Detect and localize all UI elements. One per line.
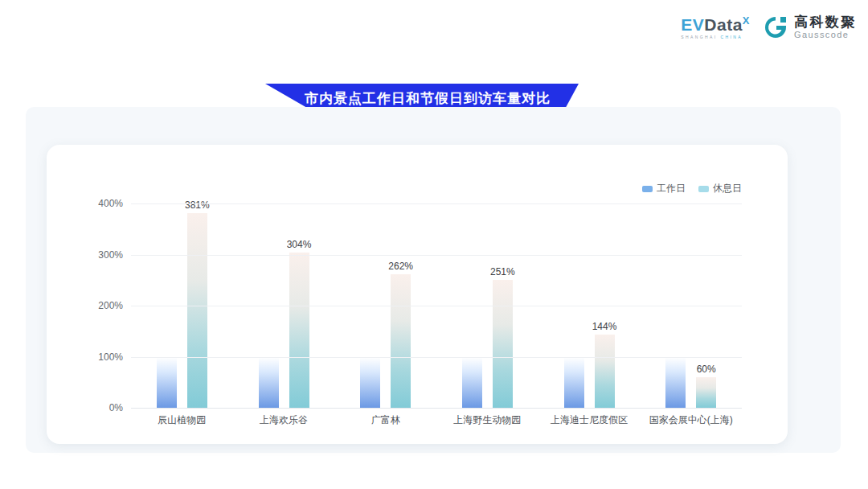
gausscode-text: 高科数聚 Gausscode — [794, 15, 857, 40]
legend-item-workday[interactable]: 工作日 — [642, 182, 686, 195]
restday-bar: 60% — [696, 377, 716, 408]
y-axis-tick: 100% — [78, 351, 123, 363]
y-axis-tick: 200% — [78, 300, 123, 311]
x-axis-category-label: 广富林 — [371, 413, 400, 427]
gausscode-g-icon — [763, 14, 788, 40]
evdata-sup-x: X — [743, 14, 750, 27]
gridline — [131, 203, 742, 204]
gausscode-logo: 高科数聚 Gausscode — [763, 14, 857, 40]
page-title: 市内景点工作日和节假日到访车量对比 — [293, 89, 551, 108]
bar-value-label: 304% — [287, 239, 312, 250]
evdata-logo: EVDataX SHANGHAI CHINA — [681, 15, 750, 39]
legend-label: 工作日 — [657, 182, 686, 195]
bar-chart: 工作日休息日 381%辰山植物园304%上海欢乐谷262%广富林251%上海野生… — [47, 145, 788, 444]
evdata-ev-text: EV — [681, 15, 704, 34]
workday-bar — [259, 357, 279, 409]
workday-bar — [462, 357, 482, 409]
legend-marker — [698, 186, 709, 192]
workday-bar — [665, 357, 686, 409]
x-axis-category-label: 上海欢乐谷 — [260, 413, 308, 427]
gridline — [131, 408, 742, 409]
restday-bar: 304% — [289, 253, 309, 408]
workday-bar — [360, 357, 380, 409]
evdata-wordmark: EVDataX — [681, 15, 750, 33]
restday-bar: 381% — [187, 213, 207, 408]
restday-bar: 262% — [391, 274, 411, 408]
gridline — [131, 306, 742, 306]
restday-bar: 144% — [595, 335, 615, 408]
gridline — [131, 255, 742, 256]
x-axis-category-label: 上海野生动物园 — [453, 413, 521, 427]
x-axis-category-label: 辰山植物园 — [158, 413, 206, 427]
gausscode-en: Gausscode — [794, 30, 857, 39]
page: EVDataX SHANGHAI CHINA 高科数聚 Gausscode 市内… — [0, 0, 868, 489]
bar-value-label: 381% — [185, 199, 210, 211]
y-axis-tick: 0% — [78, 402, 123, 413]
gridline — [131, 357, 742, 358]
header-logos: EVDataX SHANGHAI CHINA 高科数聚 Gausscode — [681, 14, 857, 40]
workday-bar — [157, 357, 177, 409]
legend-item-restday[interactable]: 休息日 — [698, 182, 742, 195]
legend-label: 休息日 — [713, 182, 742, 195]
y-axis-tick: 300% — [78, 249, 123, 261]
bar-value-label: 262% — [388, 261, 413, 272]
bar-value-label: 251% — [490, 266, 515, 277]
workday-bar — [564, 357, 584, 409]
restday-bar: 251% — [493, 280, 513, 408]
x-axis-category-label: 国家会展中心(上海) — [649, 413, 733, 427]
y-axis-tick: 400% — [78, 198, 123, 209]
plot-area: 381%辰山植物园304%上海欢乐谷262%广富林251%上海野生动物园144%… — [131, 203, 742, 408]
evdata-data-text: Data — [704, 15, 743, 34]
chart-card: 工作日休息日 381%辰山植物园304%上海欢乐谷262%广富林251%上海野生… — [47, 145, 788, 444]
chart-legend: 工作日休息日 — [642, 182, 742, 195]
gausscode-cn: 高科数聚 — [794, 15, 857, 31]
x-axis-category-label: 上海迪士尼度假区 — [551, 413, 628, 427]
bar-value-label: 60% — [697, 364, 716, 375]
bar-value-label: 144% — [592, 321, 617, 332]
legend-marker — [642, 186, 653, 192]
evdata-subtext: SHANGHAI CHINA — [681, 35, 743, 39]
